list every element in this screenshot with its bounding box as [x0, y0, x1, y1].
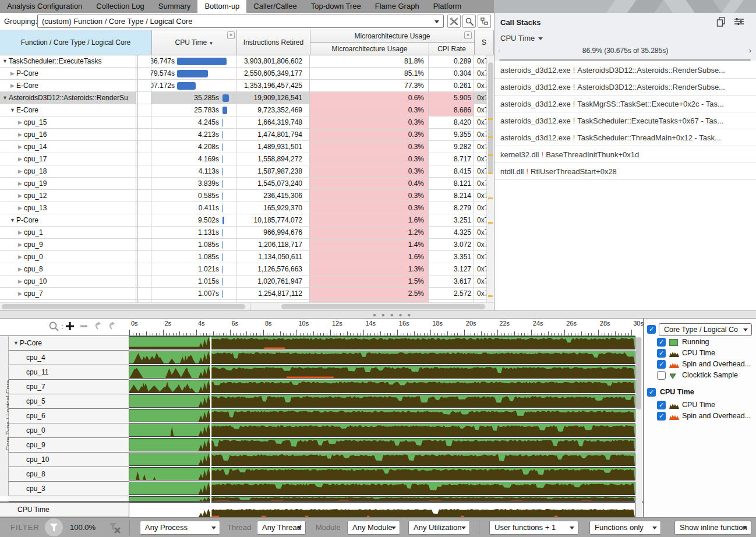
stack-frame-row[interactable]: ntdll.dll!RtlUserThreadStart+0x28	[494, 163, 756, 180]
timeline-row-label[interactable]: cpu_4	[9, 351, 129, 365]
column-splitter[interactable]	[136, 68, 151, 79]
timeline-row-label[interactable]: cpu_5	[9, 394, 129, 409]
column-header-cpi-rate[interactable]: CPI Rate	[429, 43, 475, 55]
table-row[interactable]: ▶cpu_11.131s966,994,6761.2%4.3250x7	[0, 227, 494, 239]
stack-frame-row[interactable]: asteroids_d3d12.exe!TaskScheduler::Threa…	[494, 129, 756, 146]
expand-arrow-icon[interactable]: ▶	[16, 165, 24, 177]
next-stack-arrow[interactable]: ›	[749, 47, 751, 55]
column-splitter[interactable]	[136, 275, 151, 287]
tab-collection-log[interactable]: Collection Log	[89, 0, 151, 13]
column-splitter[interactable]	[136, 165, 151, 177]
function-name-cell[interactable]: ▶cpu_19	[0, 178, 136, 189]
stack-frame-row[interactable]: asteroids_d3d12.exe!AsteroidsD3D12::Aste…	[494, 79, 756, 96]
table-row[interactable]: ▶cpu_120.585s236,415,3060.3%8.2140x7	[0, 190, 494, 202]
table-row[interactable]: ▶cpu_174.169s1,558,894,2720.3%8.7170x7	[0, 153, 494, 165]
stack-frame-row[interactable]: kernel32.dll!BaseThreadInitThunk+0x1d	[494, 146, 756, 163]
call-stack-mode-select[interactable]: User functions + 1	[489, 521, 578, 535]
expand-arrow-icon[interactable]: ▶	[16, 116, 24, 128]
function-name-cell[interactable]: ▼P-Core	[0, 214, 136, 226]
column-header-function[interactable]: Function / Core Type / Logical Core	[0, 30, 152, 55]
timeline-row-label[interactable]: cpu_8	[9, 467, 129, 482]
table-row[interactable]: ▶cpu_130.411s165,929,3700.3%8.2790x7	[0, 202, 494, 214]
column-splitter[interactable]	[136, 288, 151, 299]
timeline-row-cpu_11[interactable]: cpu_11	[0, 365, 644, 380]
table-row[interactable]: ▶cpu_71.007s1,254,817,1122.5%2.5720x7	[0, 288, 494, 300]
column-splitter[interactable]	[136, 80, 151, 91]
timeline-band-chart[interactable]	[129, 351, 635, 364]
function-name-cell[interactable]: ▶cpu_9	[0, 239, 136, 250]
collapse-arrow-icon[interactable]: ▼	[9, 214, 16, 226]
table-row[interactable]: ▼TaskScheduler::ExecuteTasks286.747s3,90…	[0, 55, 494, 68]
table-row[interactable]: ▶cpu_81.021s1,126,576,6631.3%3.1270x7	[0, 263, 494, 275]
cpu-time-overview-chart[interactable]	[129, 503, 635, 518]
timeline-band-chart[interactable]	[129, 409, 635, 422]
timeline-row-cpu_7[interactable]: cpu_7	[0, 380, 644, 394]
timeline-band-chart[interactable]	[129, 365, 635, 379]
utilization-filter-select[interactable]: Any Utilization	[408, 521, 470, 535]
checkbox-checked[interactable]: ✓	[647, 325, 656, 334]
function-name-cell[interactable]: ▼AsteroidsD3D12::Asteroids::RenderSu	[0, 92, 136, 104]
timeline-row-cpu_4[interactable]: cpu_4	[0, 351, 644, 365]
column-header-cpu-time[interactable]: CPU Time ▼ »	[152, 30, 237, 55]
tab-analysis-configuration[interactable]: Analysis Configuration	[0, 0, 89, 13]
tab-top-down-tree[interactable]: Top-down Tree	[304, 0, 368, 13]
search-button[interactable]	[462, 15, 476, 28]
customize-grouping-button[interactable]	[447, 15, 461, 28]
timeline-band-chart[interactable]	[129, 423, 635, 437]
function-name-cell[interactable]: ▶cpu_16	[0, 129, 136, 140]
grouping-mode-button[interactable]	[478, 15, 491, 28]
column-splitter[interactable]	[136, 178, 151, 189]
function-name-cell[interactable]: ▶cpu_13	[0, 202, 136, 214]
table-row[interactable]: ▼E-Core25.783s9,723,352,4690.3%8.6860x7	[0, 104, 494, 116]
thread-filter-select[interactable]: Any Thread	[257, 521, 306, 535]
table-row[interactable]: ▶cpu_184.113s1,587,987,2380.3%8.4150x7	[0, 165, 494, 178]
table-row[interactable]: ▼AsteroidsD3D12::Asteroids::RenderSu35.2…	[0, 92, 494, 104]
column-header-start-address[interactable]: S	[475, 30, 494, 55]
timeline-band-chart[interactable]	[129, 496, 635, 501]
timeline-row-label[interactable]: cpu_0	[9, 423, 129, 438]
process-filter-select[interactable]: Any Process	[140, 521, 220, 535]
timeline-row-cpu_5[interactable]: cpu_5	[0, 394, 644, 409]
splitter-handle[interactable]: ● ● ● ● ●	[373, 314, 412, 316]
table-row[interactable]: ▶P-Core179.574s2,550,605,349,17785.1%0.3…	[0, 68, 494, 80]
table-row[interactable]: ▶cpu_154.245s1,664,319,7480.3%8.4200x7	[0, 116, 494, 129]
function-name-cell[interactable]: ▶cpu_7	[0, 288, 136, 299]
function-name-cell[interactable]: ▶cpu_10	[0, 275, 136, 287]
timeline-row-label[interactable]: ▼P-Core	[9, 336, 129, 351]
expand-column-button[interactable]: »	[227, 31, 235, 39]
timeline-row[interactable]	[0, 496, 644, 501]
column-splitter[interactable]	[136, 92, 151, 104]
legend-group-dropdown[interactable]: Core Type / Logical Co	[659, 323, 752, 336]
timeline-row-label[interactable]	[9, 496, 129, 501]
grid-horizontal-scrollbar[interactable]	[0, 302, 494, 310]
checkbox-checked[interactable]: ✓	[657, 412, 666, 421]
expand-arrow-icon[interactable]: ▶	[16, 202, 24, 214]
pane-splitter-horizontal[interactable]: ● ● ● ● ●	[0, 310, 756, 319]
expand-arrow-icon[interactable]: ▶	[16, 251, 24, 263]
column-header-instructions-retired[interactable]: Instructions Retired	[237, 30, 310, 55]
grouping-dropdown[interactable]: (custom) Function / Core Type / Logical …	[37, 15, 444, 28]
timeline-summary-row[interactable]: CPU Time	[0, 501, 644, 517]
zoom-in-button[interactable]	[66, 322, 74, 330]
checkbox-unchecked[interactable]	[657, 371, 666, 380]
stack-frame-row[interactable]: asteroids_d3d12.exe!AsteroidsD3D12::Aste…	[494, 62, 756, 79]
timeline-band-chart[interactable]	[129, 482, 635, 495]
table-row[interactable]: ▶cpu_01.085s1,134,050,6111.6%3.3510x7	[0, 251, 494, 263]
timeline-band-chart[interactable]	[129, 336, 635, 349]
function-name-cell[interactable]: ▶cpu_0	[0, 251, 136, 263]
timeline-row-P-Core[interactable]: ▼P-Core	[0, 336, 644, 351]
clear-filter-button[interactable]	[107, 520, 122, 537]
column-splitter[interactable]	[136, 251, 151, 263]
checkbox-checked[interactable]: ✓	[657, 349, 666, 358]
timeline-row-label[interactable]: cpu_10	[9, 453, 129, 467]
column-splitter[interactable]	[136, 141, 151, 153]
function-name-cell[interactable]: ▼E-Core	[0, 104, 136, 116]
expand-arrow-icon[interactable]: ▶	[16, 275, 24, 287]
checkbox-checked[interactable]: ✓	[647, 388, 656, 397]
timeline-row-label[interactable]: cpu_7	[9, 380, 129, 394]
collapse-column-button[interactable]: «	[464, 31, 472, 39]
copy-icon[interactable]	[716, 17, 726, 29]
timeline-row-label[interactable]: cpu_3	[9, 482, 129, 496]
tab-summary[interactable]: Summary	[151, 0, 198, 13]
column-header-microarchitecture-usage[interactable]: Microarchitecture Usage	[310, 43, 429, 55]
